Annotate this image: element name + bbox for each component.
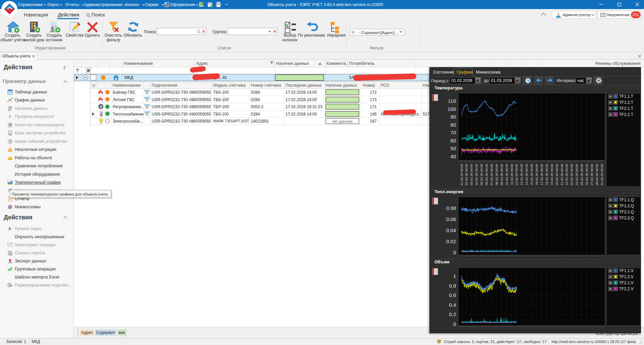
svg-text:23.02.26 00:00: 23.02.26 00:00 (570, 164, 573, 185)
svg-text:11.02.26 00:00: 11.02.26 00:00 (510, 164, 514, 185)
svg-text:TF2.1.T: TF2.1.T (619, 106, 634, 111)
svg-text:22.02.26 00:00: 22.02.26 00:00 (565, 164, 568, 185)
svg-text:20.02.26 00:00: 20.02.26 00:00 (555, 164, 559, 185)
svg-text:15.02.26 00:00: 15.02.26 00:00 (530, 164, 533, 185)
svg-text:17.02.26 00:00: 17.02.26 00:00 (540, 164, 543, 185)
svg-text:25.02.26 00:00: 25.02.26 00:00 (580, 164, 583, 185)
svg-text:TF1.2.V: TF1.2.V (619, 274, 634, 279)
svg-text:0: 0 (453, 321, 456, 327)
svg-text:0.4: 0.4 (449, 302, 456, 308)
svg-text:19.02.26 00:00: 19.02.26 00:00 (550, 164, 554, 185)
svg-text:21.02.26 00:00: 21.02.26 00:00 (560, 164, 564, 185)
svg-text:70: 70 (450, 130, 456, 135)
svg-text:0.08: 0.08 (446, 205, 456, 211)
svg-text:40: 40 (450, 154, 456, 159)
svg-text:10.02.26 00:00: 10.02.26 00:00 (505, 164, 508, 185)
svg-text:100: 100 (448, 106, 456, 112)
svg-text:TF1.1.Q: TF1.1.Q (619, 198, 634, 202)
svg-text:TF1.2.Q: TF1.2.Q (619, 204, 634, 208)
svg-text:TF1.1.T: TF1.1.T (619, 94, 634, 99)
svg-text:110: 110 (448, 98, 456, 104)
svg-text:50: 50 (450, 145, 456, 151)
svg-text:16.02.26 00:00: 16.02.26 00:00 (535, 164, 538, 185)
svg-text:TF1.1.V: TF1.1.V (619, 268, 634, 273)
svg-text:09.02.26 00:00: 09.02.26 00:00 (500, 164, 503, 185)
svg-text:12.02.26 00:00: 12.02.26 00:00 (515, 164, 518, 185)
svg-text:24.02.26 00:00: 24.02.26 00:00 (575, 164, 578, 185)
svg-text:26.02.26 00:00: 26.02.26 00:00 (585, 164, 589, 185)
svg-text:13.02.26 00:00: 13.02.26 00:00 (520, 164, 523, 185)
svg-text:01.03.26 00:00: 01.03.26 00:00 (600, 164, 604, 185)
svg-text:07.02.26 00:00: 07.02.26 00:00 (490, 164, 493, 185)
svg-text:0.04: 0.04 (446, 227, 456, 233)
svg-text:0.2: 0.2 (449, 311, 456, 317)
svg-text:80: 80 (450, 122, 456, 128)
svg-text:0: 0 (453, 250, 456, 255)
svg-text:0.06: 0.06 (446, 216, 456, 222)
svg-text:TF1.2.T: TF1.2.T (619, 100, 634, 105)
svg-text:04.02.26 00:00: 04.02.26 00:00 (475, 164, 478, 185)
svg-text:03.02.26 00:00: 03.02.26 00:00 (469, 164, 473, 185)
svg-text:06.02.26 00:00: 06.02.26 00:00 (485, 164, 488, 185)
svg-text:TF2.2.T: TF2.2.T (619, 112, 634, 117)
svg-text:0.6: 0.6 (449, 292, 456, 298)
svg-text:08.02.26 00:00: 08.02.26 00:00 (495, 164, 498, 185)
svg-text:1: 1 (453, 273, 456, 279)
svg-text:TF2.2.Q: TF2.2.Q (619, 216, 634, 220)
svg-text:0.02: 0.02 (446, 239, 456, 244)
svg-text:18.02.26 00:00: 18.02.26 00:00 (545, 164, 548, 185)
svg-text:14.02.26 00:00: 14.02.26 00:00 (525, 164, 528, 185)
svg-text:90: 90 (450, 114, 456, 120)
svg-text:02.02.26 00:00: 02.02.26 00:00 (464, 164, 468, 185)
svg-text:60: 60 (450, 138, 456, 143)
svg-text:27.02.26 00:00: 27.02.26 00:00 (590, 164, 594, 185)
svg-text:28.02.26 00:00: 28.02.26 00:00 (595, 164, 599, 185)
svg-text:TF2.1.Q: TF2.1.Q (619, 210, 634, 214)
svg-text:01.02.26 00:00: 01.02.26 00:00 (460, 164, 463, 185)
svg-text:TF2.2.V: TF2.2.V (619, 287, 634, 291)
svg-text:0.8: 0.8 (449, 283, 456, 289)
svg-text:TF2.1.V: TF2.1.V (619, 281, 634, 285)
svg-text:05.02.26 00:00: 05.02.26 00:00 (480, 164, 483, 185)
